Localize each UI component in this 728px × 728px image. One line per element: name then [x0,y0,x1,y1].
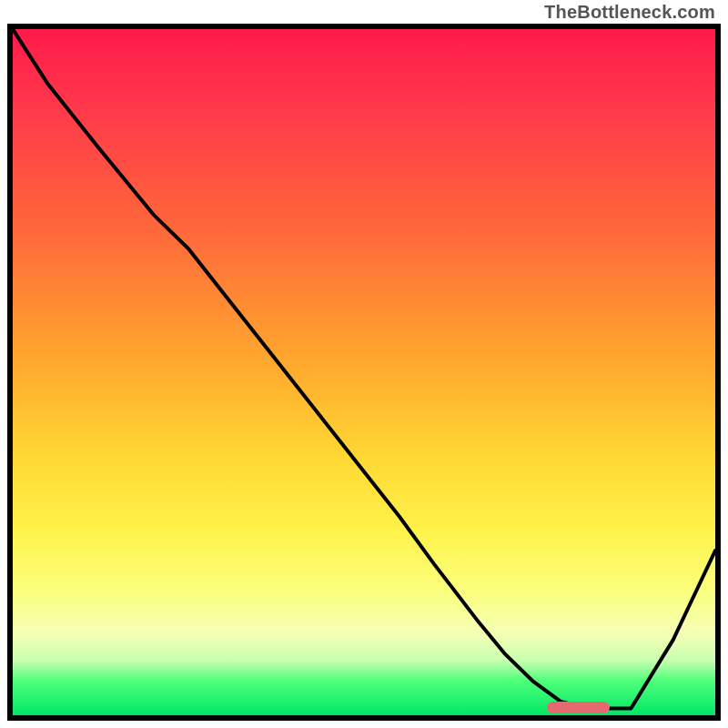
plot-area [7,24,721,721]
bottleneck-curve [13,29,715,715]
watermark-text: TheBottleneck.com [544,2,715,23]
chart-container: TheBottleneck.com [0,0,728,728]
optimal-range-marker [547,702,610,713]
